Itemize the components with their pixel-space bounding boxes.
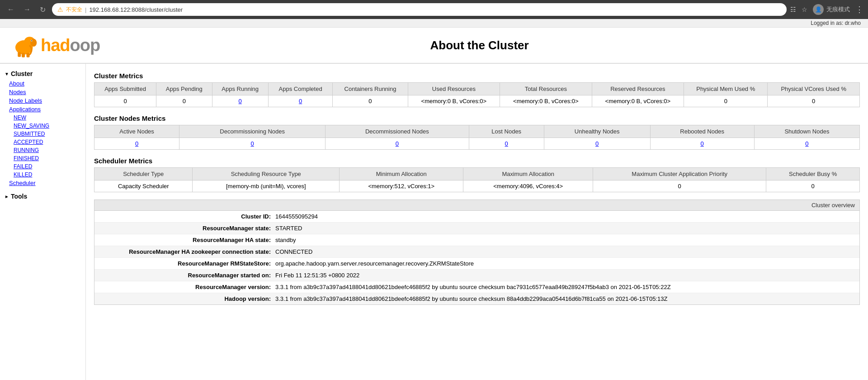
th-unhealthy-nodes: Unhealthy Nodes bbox=[544, 125, 650, 138]
forward-button[interactable]: → bbox=[21, 4, 33, 15]
td-max-cluster-priority: 0 bbox=[593, 180, 766, 192]
browser-chrome: ← → ↻ ⚠ 不安全 | 192.168.68.122:8088/cluste… bbox=[0, 0, 868, 19]
overview-label-ha-state: ResourceManager HA state: bbox=[104, 237, 275, 243]
th-containers-running: Containers Running bbox=[333, 83, 408, 95]
bookmark-icon[interactable]: ☆ bbox=[802, 6, 807, 13]
address-bar[interactable]: ⚠ 不安全 | 192.168.68.122:8088/cluster/clus… bbox=[52, 3, 787, 16]
td-min-allocation: <memory:512, vCores:1> bbox=[340, 180, 463, 192]
cluster-overview: Cluster overview Cluster ID: 16445550952… bbox=[94, 200, 860, 305]
td-apps-running: 0 bbox=[212, 95, 268, 107]
user-icon: 👤 bbox=[813, 4, 824, 15]
unhealthy-link[interactable]: 0 bbox=[595, 140, 599, 147]
overview-label-rm-version: ResourceManager version: bbox=[104, 284, 275, 290]
back-button[interactable]: ← bbox=[5, 4, 17, 15]
sidebar-sub-new-saving[interactable]: NEW_SAVING bbox=[0, 122, 85, 130]
app-header: hadoop About the Cluster bbox=[0, 28, 868, 64]
apps-running-link[interactable]: 0 bbox=[239, 98, 242, 104]
page-title: About the Cluster bbox=[100, 38, 859, 52]
sidebar-sub-killed[interactable]: KILLED bbox=[0, 171, 85, 179]
sidebar-sub-submitted[interactable]: SUBMITTED bbox=[0, 130, 85, 138]
td-decommissioned: 0 bbox=[326, 138, 469, 150]
td-apps-submitted: 0 bbox=[94, 95, 156, 107]
reload-button[interactable]: ↻ bbox=[37, 4, 48, 16]
th-rebooted-nodes: Rebooted Nodes bbox=[650, 125, 754, 138]
extensions-icon[interactable]: ☷ bbox=[790, 6, 796, 13]
warning-text: 不安全 bbox=[66, 6, 82, 14]
logged-in-text: Logged in as: dr.who bbox=[811, 20, 861, 26]
th-used-resources: Used Resources bbox=[408, 83, 500, 95]
scheduler-metrics-title: Scheduler Metrics bbox=[94, 157, 860, 165]
td-physical-mem: 0 bbox=[684, 95, 768, 107]
td-rebooted: 0 bbox=[650, 138, 754, 150]
overview-value-rmstatestore: org.apache.hadoop.yarn.server.resourcema… bbox=[275, 260, 850, 267]
app-layout: ▼ Cluster About Nodes Node Labels Applic… bbox=[0, 64, 868, 380]
browser-right: ☷ ☆ 👤 无痕模式 ⋮ bbox=[790, 4, 863, 15]
sidebar-item-scheduler[interactable]: Scheduler bbox=[0, 179, 85, 187]
overview-row-rm-state: ResourceManager state: STARTED bbox=[94, 223, 859, 234]
svg-point-2 bbox=[30, 39, 37, 47]
logo-text: hadoop bbox=[41, 36, 100, 55]
sidebar-sub-finished[interactable]: FINISHED bbox=[0, 154, 85, 162]
cluster-arrow-icon: ▼ bbox=[5, 71, 9, 76]
td-scheduling-resource: [memory-mb (unit=Mi), vcores] bbox=[193, 180, 340, 192]
th-reserved-resources: Reserved Resources bbox=[592, 83, 684, 95]
th-max-allocation: Maximum Allocation bbox=[463, 168, 593, 180]
td-total-resources: <memory:0 B, vCores:0> bbox=[500, 95, 592, 107]
sidebar-cluster-header[interactable]: ▼ Cluster bbox=[0, 68, 85, 79]
sidebar-item-nodes[interactable]: Nodes bbox=[0, 88, 85, 96]
overview-label-started-on: ResourceManager started on: bbox=[104, 272, 275, 279]
svg-rect-5 bbox=[18, 52, 21, 57]
decommissioning-link[interactable]: 0 bbox=[251, 140, 254, 147]
top-bar: Logged in as: dr.who bbox=[0, 19, 868, 28]
td-containers-running: 0 bbox=[333, 95, 408, 107]
overview-label-cluster-id: Cluster ID: bbox=[104, 213, 275, 220]
overview-value-ha-state: standby bbox=[275, 237, 850, 243]
rebooted-link[interactable]: 0 bbox=[701, 140, 704, 147]
scheduler-metrics-table: Scheduler Type Scheduling Resource Type … bbox=[94, 167, 860, 192]
td-reserved-resources: <memory:0 B, vCores:0> bbox=[592, 95, 684, 107]
user-mode-label: 无痕模式 bbox=[826, 5, 850, 14]
overview-value-rm-version: 3.3.1 from a3b9c37a397ad4188041dd80621bd… bbox=[275, 284, 850, 290]
separator: | bbox=[85, 6, 86, 13]
hadoop-elephant-svg bbox=[9, 32, 41, 59]
lost-nodes-link[interactable]: 0 bbox=[505, 140, 508, 147]
shutdown-link[interactable]: 0 bbox=[805, 140, 808, 147]
sidebar-item-applications[interactable]: Applications bbox=[0, 105, 85, 114]
th-min-allocation: Minimum Allocation bbox=[340, 168, 463, 180]
user-badge[interactable]: 👤 无痕模式 bbox=[813, 4, 850, 15]
td-decommissioning: 0 bbox=[179, 138, 326, 150]
sidebar-sub-accepted[interactable]: ACCEPTED bbox=[0, 138, 85, 146]
overview-value-cluster-id: 1644555095294 bbox=[275, 213, 850, 220]
tools-arrow-icon: ► bbox=[5, 194, 9, 199]
th-decommissioning-nodes: Decommissioning Nodes bbox=[179, 125, 326, 138]
td-apps-completed: 0 bbox=[268, 95, 333, 107]
cluster-nodes-title: Cluster Nodes Metrics bbox=[94, 114, 860, 122]
overview-row-ha-state: ResourceManager HA state: standby bbox=[94, 234, 859, 246]
sidebar-sub-failed[interactable]: FAILED bbox=[0, 162, 85, 171]
th-apps-running: Apps Running bbox=[212, 83, 268, 95]
overview-value-rm-state: STARTED bbox=[275, 225, 850, 232]
apps-completed-link[interactable]: 0 bbox=[299, 98, 302, 104]
svg-rect-7 bbox=[27, 53, 30, 57]
overview-header: Cluster overview bbox=[94, 200, 859, 211]
menu-icon[interactable]: ⋮ bbox=[855, 5, 863, 14]
sidebar-tools-header[interactable]: ► Tools bbox=[0, 191, 85, 202]
sidebar-sub-new[interactable]: NEW bbox=[0, 114, 85, 122]
sidebar-item-node-labels[interactable]: Node Labels bbox=[0, 96, 85, 105]
overview-value-started-on: Fri Feb 11 12:51:35 +0800 2022 bbox=[275, 272, 850, 279]
sidebar-item-about[interactable]: About bbox=[0, 79, 85, 88]
cluster-metrics-title: Cluster Metrics bbox=[94, 72, 860, 80]
td-unhealthy: 0 bbox=[544, 138, 650, 150]
sidebar-sub-running[interactable]: RUNNING bbox=[0, 146, 85, 154]
cluster-nodes-row: 0 0 0 0 0 0 0 bbox=[94, 138, 860, 150]
th-scheduler-busy: Scheduler Busy % bbox=[766, 168, 860, 180]
overview-row-cluster-id: Cluster ID: 1644555095294 bbox=[94, 211, 859, 223]
overview-row-started-on: ResourceManager started on: Fri Feb 11 1… bbox=[94, 270, 859, 281]
th-physical-mem: Physical Mem Used % bbox=[684, 83, 768, 95]
svg-rect-6 bbox=[22, 53, 25, 57]
hadoop-logo: hadoop bbox=[9, 32, 100, 59]
warning-icon: ⚠ bbox=[57, 6, 63, 13]
active-nodes-link[interactable]: 0 bbox=[135, 140, 138, 147]
th-apps-submitted: Apps Submitted bbox=[94, 83, 156, 95]
decommissioned-link[interactable]: 0 bbox=[396, 140, 399, 147]
